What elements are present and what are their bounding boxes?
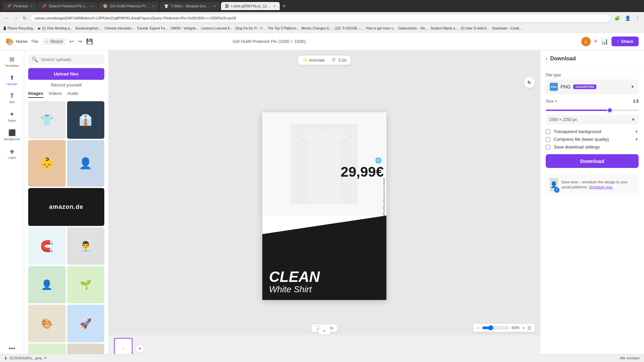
forward-button[interactable]: → — [12, 15, 19, 21]
add-user-button[interactable]: + — [594, 38, 598, 45]
transparent-bg-checkbox[interactable] — [546, 129, 550, 134]
profile-button[interactable]: 👤 — [624, 15, 632, 21]
list-item[interactable]: 🌱 — [67, 266, 105, 304]
list-item[interactable]: 👶 — [28, 140, 66, 187]
bookmark-datenschutz[interactable]: Datenschutz – Re... — [398, 26, 428, 30]
bookmark-how-working[interactable]: ▶ (1) How Working a... — [38, 26, 72, 30]
list-item[interactable]: 🎨 — [28, 305, 66, 342]
zoom-in-button[interactable]: + — [522, 325, 525, 330]
tab-close-tshirt[interactable]: ✕ — [213, 4, 216, 8]
extensions-button[interactable]: 🧩 — [613, 15, 622, 21]
animate-label: Animate — [309, 58, 325, 63]
search-input[interactable] — [41, 57, 101, 62]
tab-girl-outfit[interactable]: 🎨 Girl Outfit Pinterest Pin (1000... ✕ — [99, 2, 159, 10]
sidebar-item-text[interactable]: T Text — [1, 90, 23, 107]
compress-info-icon[interactable]: ▼ — [635, 137, 639, 142]
menu-button[interactable]: ⋮ — [634, 15, 641, 21]
canvas-content[interactable]: 29,99€ www.besterdropshippingstore.com 🌐… — [262, 112, 386, 300]
bookmark-tutorial[interactable]: Tutorial: Eigene Fa... — [137, 26, 168, 30]
schedule-link[interactable]: Schedule now. — [589, 185, 613, 189]
sidebar-item-logos[interactable]: ◈ Logos — [1, 145, 23, 162]
toolbar-divider: | — [327, 58, 328, 63]
bookmark-how-add[interactable]: (2) How To Add A... — [461, 26, 489, 30]
sidebar-item-templates[interactable]: ⊞ Templates — [1, 53, 23, 70]
list-item[interactable]: 👤 — [67, 140, 105, 187]
px-select[interactable]: 1500 × 2250 px ▼ — [546, 115, 639, 124]
refresh-button[interactable]: ↻ — [21, 15, 28, 21]
globe-icon: 🌐 — [375, 157, 382, 164]
bookmark-phone-recycling[interactable]: 📱 Phone Recycling... — [3, 26, 36, 30]
upload-files-button[interactable]: Upload files — [28, 68, 104, 80]
share-button[interactable]: ↑ Share — [611, 37, 639, 46]
list-item[interactable]: 🚀 — [67, 305, 105, 342]
home-button[interactable]: 🎨 Home — [5, 38, 28, 46]
list-item[interactable]: 👔 — [67, 101, 105, 139]
record-yourself-button[interactable]: Record yourself — [28, 82, 104, 87]
bookmark-chinese[interactable]: Chinese translatio... — [104, 26, 134, 30]
show-all-button[interactable]: Alle anzeigen — [620, 356, 640, 360]
bookmark-qing[interactable]: Qing Fei De Yi – Y... — [235, 26, 265, 30]
back-button[interactable]: ← — [3, 15, 10, 21]
header-right: L + 📊 ↑ Share — [581, 37, 639, 46]
panel-back-button[interactable]: ‹ — [546, 56, 547, 62]
zoom-slider[interactable] — [482, 325, 509, 330]
compress-row[interactable]: Compress file (lower quality) ▼ — [546, 137, 639, 142]
save-settings-row[interactable]: Save download settings — [546, 144, 639, 149]
bookmark-student[interactable]: Student Wants a... — [430, 26, 458, 30]
bookmark-sonderangebot[interactable]: Sonderangebot:... — [75, 26, 102, 30]
fit-page-button[interactable]: ⊡ — [528, 325, 531, 330]
tab-close-search[interactable]: ✕ — [91, 4, 94, 8]
bookmark-how-more[interactable]: How to get more v... — [366, 26, 396, 30]
tab-images[interactable]: Images — [28, 91, 43, 98]
time-label: 5.0s — [338, 58, 347, 63]
list-item[interactable]: 🧲 — [28, 227, 66, 265]
tab-tshirt-jpg[interactable]: 🖼 t-shirt-g5f96741c2_1260.jpg ✕ — [221, 2, 280, 10]
search-box[interactable]: 🔍 — [28, 54, 104, 65]
list-item[interactable]: 👨‍💼 — [67, 227, 105, 265]
user-avatar[interactable]: L — [581, 37, 591, 46]
tab-pinterest[interactable]: 📌 Pinterest ✕ — [3, 2, 37, 10]
redo-button[interactable]: ↪ — [78, 38, 82, 45]
size-slider[interactable] — [546, 110, 639, 111]
resize-button[interactable]: ↔ Resize — [43, 38, 66, 45]
save-settings-checkbox[interactable] — [546, 145, 550, 149]
logos-label: Logos — [8, 156, 16, 159]
compress-checkbox[interactable] — [546, 137, 550, 142]
sidebar-item-uploads[interactable]: ⬆ Uploads — [1, 71, 23, 88]
list-item[interactable]: amazon.de — [28, 188, 104, 226]
file-button[interactable]: File — [32, 39, 39, 44]
tab-close-pinterest[interactable]: ✕ — [30, 4, 33, 8]
address-bar[interactable]: canva.com/design/DAFLWI68hA/xc5-UJPFj4mZ… — [30, 14, 611, 22]
sidebar-item-background[interactable]: ⬛ Background — [1, 126, 23, 143]
add-page-button[interactable]: + — [135, 344, 145, 353]
bookmark-money[interactable]: Money Changes E... — [302, 26, 332, 30]
transparent-info-icon[interactable]: ▼ — [635, 129, 639, 134]
tab-close-girl[interactable]: ✕ — [152, 4, 155, 8]
tab-search-pinterest[interactable]: 📌 Search Pinterest Pin (1000 ×... ✕ — [38, 2, 98, 10]
collapse-handle[interactable]: ▼ — [319, 326, 330, 335]
undo-button[interactable]: ↩ — [69, 38, 74, 45]
tab-videos[interactable]: Videos — [49, 91, 62, 98]
zoom-out-button[interactable]: − — [477, 325, 479, 330]
new-tab-button[interactable]: + — [282, 3, 285, 9]
file-type-select[interactable]: PNG PNG SUGGESTED ▼ — [546, 79, 639, 94]
bookmark-lessons[interactable]: Lessons Learned fr... — [201, 26, 232, 30]
save-button[interactable]: 💾 — [86, 38, 93, 45]
animate-button[interactable]: ✨ Animate — [302, 58, 325, 63]
bookmark-download[interactable]: Download – Cooki... — [492, 26, 522, 30]
transparent-bg-row[interactable]: Transparent background ▼ — [546, 129, 639, 134]
analytics-button[interactable]: 📊 — [601, 38, 608, 45]
bookmark-lee[interactable]: LEE 'S HOUSE –... — [334, 26, 363, 30]
list-item[interactable]: 👕 — [28, 101, 66, 139]
bookmark-gmsn[interactable]: GMSN - Vologda... — [170, 26, 198, 30]
tab-audio[interactable]: Audio — [67, 91, 78, 98]
tab-close-jpg[interactable]: ✕ — [273, 4, 276, 8]
refresh-canvas-button[interactable]: ↻ — [524, 77, 535, 88]
sidebar-item-styles[interactable]: ✦ Styles — [1, 108, 23, 125]
tab-tshirt-beispiel[interactable]: 👕 T-Shirt – Beispiel Dropshippi... ✕ — [160, 2, 220, 10]
download-main-button[interactable]: Download — [546, 154, 639, 168]
file-close-icon[interactable]: ✕ — [44, 356, 47, 360]
px-arrow-icon: ▼ — [631, 117, 635, 122]
bookmark-top3[interactable]: The Top 3 Platform... — [268, 26, 299, 30]
list-item[interactable]: 👤 — [28, 266, 66, 304]
